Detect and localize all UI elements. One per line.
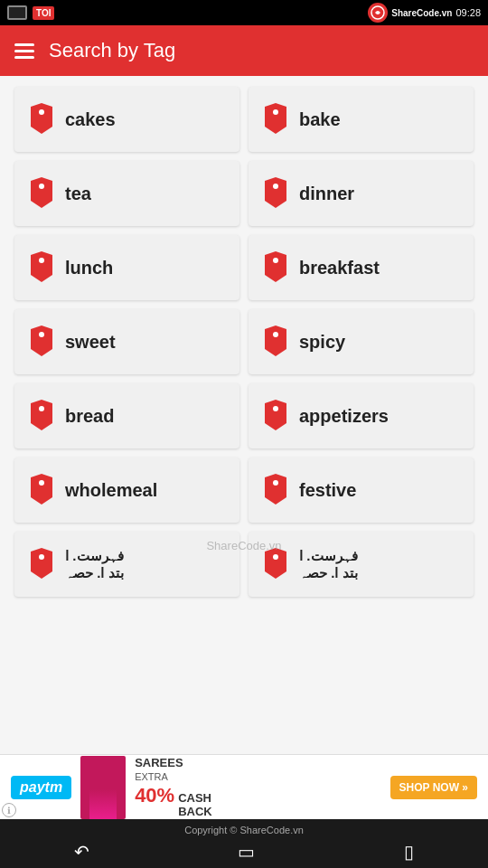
tag-wholemeal[interactable]: wholemeal [14, 458, 239, 523]
sharecode-label: ShareCode.vn [391, 8, 452, 18]
tag-arabic-2[interactable]: فہرست. ابتد ا. حصہ [249, 532, 474, 597]
tag-lunch[interactable]: lunch [14, 235, 239, 300]
tag-icon-lunch [27, 251, 56, 284]
tag-bake[interactable]: bake [249, 87, 474, 152]
tag-icon-spicy [261, 326, 290, 358]
tag-icon-tea [27, 177, 56, 210]
tag-icon-festive [261, 474, 290, 506]
app-header: Search by Tag [0, 25, 488, 76]
svg-point-4 [273, 184, 278, 189]
tag-festive[interactable]: festive [249, 458, 474, 523]
svg-point-13 [39, 554, 44, 560]
tag-label-lunch: lunch [65, 258, 113, 278]
svg-point-1 [39, 109, 44, 115]
tag-label-arabic-2: فہرست. ابتد ا. حصہ [299, 547, 358, 582]
tag-label-sweet: sweet [65, 332, 116, 353]
ad-cashback: CASHBACK [178, 791, 212, 818]
home-icon[interactable]: ▭ [238, 841, 255, 863]
tag-icon-arabic-2 [261, 548, 290, 580]
ad-discount: 40% [135, 784, 174, 807]
tag-dinner[interactable]: dinner [249, 161, 474, 226]
svg-point-14 [273, 554, 278, 560]
footer-bar: Copyright © ShareCode.vn ↶ ▭ ▯ [0, 819, 488, 868]
tag-label-wholemeal: wholemeal [65, 480, 157, 501]
back-icon[interactable]: ↶ [74, 841, 89, 863]
sharecode-badge [368, 3, 388, 23]
tag-spicy[interactable]: spicy [249, 309, 474, 374]
ad-banner: paytm SAREES EXTRA 40% CASHBACK SHOP NOW… [0, 754, 488, 819]
paytm-logo: paytm [11, 776, 71, 799]
tag-sweet[interactable]: sweet [14, 309, 239, 374]
tag-label-appetizers: appetizers [299, 406, 389, 427]
tag-label-bread: bread [65, 406, 114, 427]
tag-grid: cakes bake tea dinner lunch [0, 76, 488, 608]
svg-point-3 [39, 184, 44, 189]
ad-title: SAREES [135, 756, 212, 769]
ad-woman-image [80, 756, 126, 819]
svg-point-9 [39, 406, 44, 411]
status-bar-right: ShareCode.vn 09:28 [368, 3, 481, 23]
tag-tea[interactable]: tea [14, 161, 239, 226]
tag-icon-bake [261, 103, 290, 136]
status-bar-image-icon [7, 5, 27, 20]
tag-arabic-1[interactable]: فہرست. ابتد ا. حصہ [14, 532, 239, 597]
status-bar-left: TOI [7, 5, 54, 20]
tag-cakes[interactable]: cakes [14, 87, 239, 152]
svg-point-12 [273, 480, 278, 486]
tag-icon-cakes [27, 103, 56, 136]
tag-icon-dinner [261, 177, 290, 210]
tag-bread[interactable]: bread [14, 383, 239, 448]
tag-icon-breakfast [261, 251, 290, 284]
tag-label-tea: tea [65, 184, 91, 204]
tag-appetizers[interactable]: appetizers [249, 383, 474, 448]
tag-breakfast[interactable]: breakfast [249, 235, 474, 300]
tag-label-breakfast: breakfast [299, 258, 380, 278]
tag-label-spicy: spicy [299, 332, 345, 353]
svg-point-7 [39, 332, 44, 337]
time-display: 09:28 [455, 7, 481, 18]
svg-point-10 [273, 406, 278, 411]
tag-icon-arabic-1 [27, 548, 56, 580]
recents-icon[interactable]: ▯ [404, 841, 414, 863]
nav-icons: ↶ ▭ ▯ [0, 841, 488, 863]
tag-label-dinner: dinner [299, 184, 354, 204]
page-title: Search by Tag [49, 39, 175, 62]
status-bar: TOI ShareCode.vn 09:28 [0, 0, 488, 25]
tag-label-arabic-1: فہرست. ابتد ا. حصہ [65, 547, 124, 582]
ad-info-icon[interactable]: ℹ [2, 803, 16, 817]
svg-point-6 [273, 258, 278, 263]
ad-info: SAREES EXTRA 40% CASHBACK [135, 756, 212, 818]
tag-icon-sweet [27, 326, 56, 358]
svg-point-2 [273, 109, 278, 115]
tag-icon-wholemeal [27, 474, 56, 506]
toi-logo: TOI [33, 6, 54, 20]
copyright-text: Copyright © ShareCode.vn [184, 825, 304, 835]
menu-button[interactable] [14, 43, 34, 59]
tag-icon-bread [27, 400, 56, 432]
shop-now-button[interactable]: SHOP NOW » [390, 776, 477, 799]
tag-icon-appetizers [261, 400, 290, 432]
svg-point-8 [273, 332, 278, 337]
tag-label-festive: festive [299, 480, 356, 501]
tag-label-bake: bake [299, 109, 341, 130]
svg-point-5 [39, 258, 44, 263]
svg-point-11 [39, 480, 44, 486]
ad-subtitle: EXTRA [135, 771, 212, 782]
tag-label-cakes: cakes [65, 109, 116, 130]
